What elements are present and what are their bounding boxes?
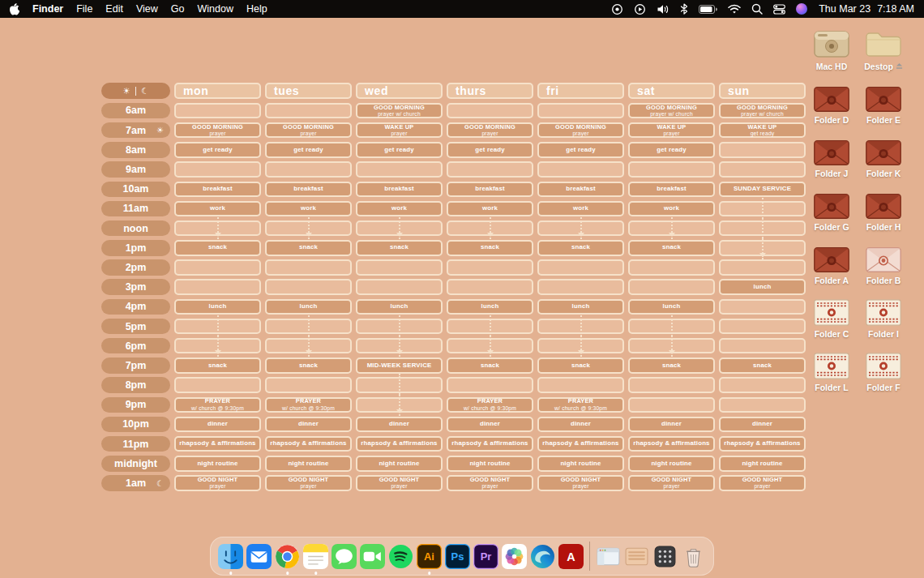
desktop-icon-destop[interactable]: Destop: [858, 28, 909, 71]
time-label-9pm: 9pm: [101, 397, 170, 413]
running-indicator: [286, 572, 289, 575]
event-1pm-sat: snack: [628, 240, 715, 255]
dock-trash[interactable]: [681, 544, 706, 569]
desktop-icon-folder-c[interactable]: Folder C: [806, 295, 858, 339]
menu-items: FileEditViewGoWindowHelp: [76, 3, 267, 15]
event-7am-sun: WAKE UPget ready: [719, 122, 806, 138]
dock-chrome[interactable]: [275, 544, 300, 569]
menu-item-file[interactable]: File: [76, 3, 92, 15]
dock-illustrator[interactable]: Ai: [417, 544, 442, 569]
desktop-icon-folder-f[interactable]: Folder F: [858, 349, 909, 392]
battery-icon[interactable]: [699, 5, 717, 14]
event-11am-tues: work: [265, 201, 352, 216]
event-text: prayer w/ church: [741, 111, 784, 118]
event-4pm-sat: lunch: [628, 299, 715, 315]
event-text: night routine: [379, 460, 419, 468]
time-label-midnight: midnight: [101, 456, 170, 471]
screen-mirroring-icon[interactable]: [634, 3, 646, 15]
dock-mail[interactable]: [246, 544, 272, 569]
search-icon[interactable]: [751, 3, 763, 15]
control-center-icon[interactable]: [773, 3, 785, 15]
event-7am-sat: WAKE UPprayer: [628, 122, 715, 138]
event-text: WAKE UP: [657, 124, 687, 131]
dock-photoshop[interactable]: Ps: [445, 544, 470, 569]
event-6am-sun: GOOD MORNINGprayer w/ church: [719, 103, 806, 118]
dock-messages[interactable]: [332, 544, 357, 569]
menu-item-view[interactable]: View: [136, 3, 158, 15]
event-text: snack: [208, 362, 227, 370]
dock-notes[interactable]: [303, 544, 328, 569]
dock-finder[interactable]: [218, 544, 243, 569]
event-4pm-tues: lunch: [265, 299, 352, 315]
dock-facetime[interactable]: [360, 544, 385, 569]
event-midnight-fri: night routine: [537, 456, 624, 471]
event-text: breakfast: [566, 186, 595, 193]
desktop-icon-folder-d[interactable]: Folder D: [806, 81, 858, 125]
record-icon[interactable]: [611, 3, 623, 15]
dock-photos[interactable]: [502, 544, 527, 569]
event-text: prayer: [209, 483, 225, 490]
dock-window-grid[interactable]: [652, 544, 678, 569]
desktop-icon-folder-i[interactable]: Folder I: [858, 295, 909, 339]
cell-3pm-fri: [537, 279, 624, 294]
desktop-icon-folder-k[interactable]: Folder K: [858, 135, 909, 178]
day-header-mon: mon: [174, 83, 261, 99]
weekly-schedule-wallpaper: ☀☾montueswedthursfrisatsun6amGOOD MORNIN…: [101, 83, 806, 491]
menu-item-go[interactable]: Go: [171, 3, 185, 15]
desktop-icon-folder-b[interactable]: Folder B: [858, 242, 909, 285]
menu-item-window[interactable]: Window: [197, 3, 233, 15]
desktop-icon-mac-hd[interactable]: Mac HD: [806, 28, 858, 71]
day-header-fri: fri: [537, 83, 624, 99]
event-text: prayer: [209, 131, 225, 137]
folder-icon: [865, 28, 902, 58]
event-7pm-tues: snack: [265, 358, 352, 373]
dock-window-finder[interactable]: [596, 544, 621, 569]
menu-item-edit[interactable]: Edit: [105, 3, 123, 15]
event-midnight-sun: night routine: [719, 456, 806, 471]
desktop-icon-label: Folder J: [815, 169, 849, 178]
desktop-icon-folder-j[interactable]: Folder J: [806, 135, 858, 178]
app-menu-finder[interactable]: Finder: [32, 3, 63, 15]
connector-5pm-wed: [356, 319, 443, 334]
cell-2pm-wed: [356, 259, 443, 275]
event-text: night routine: [742, 460, 782, 468]
event-text: WAKE UP: [748, 124, 777, 131]
running-indicator: [314, 572, 318, 575]
connector-5pm-fri: [537, 319, 624, 334]
event-1pm-mon: snack: [174, 240, 261, 255]
event-1pm-thurs: snack: [447, 240, 533, 255]
event-text: breakfast: [293, 186, 323, 193]
desktop-icon-folder-l[interactable]: Folder L: [806, 349, 858, 392]
dock-premiere[interactable]: Pr: [473, 544, 498, 569]
time-label-noon: noon: [101, 220, 170, 236]
desktop-icon-folder-g[interactable]: Folder G: [806, 188, 858, 232]
menu-bar-clock[interactable]: Thu Mar 23 7:18 AM: [819, 3, 914, 15]
event-text: work: [573, 205, 588, 212]
event-text: get ready: [566, 147, 595, 154]
event-text: w/ church @ 9:30pm: [554, 405, 607, 412]
event-text: get ready: [751, 131, 775, 137]
cell-2pm-thurs: [447, 259, 533, 275]
sun-icon: ☀: [156, 126, 164, 135]
wifi-icon[interactable]: [728, 4, 741, 14]
event-10pm-tues: dinner: [265, 417, 352, 432]
dock-window-preview[interactable]: [624, 544, 649, 569]
dock-edge[interactable]: [530, 544, 555, 569]
desktop-icon-folder-e[interactable]: Folder E: [858, 81, 909, 125]
desktop-icon-folder-a[interactable]: Folder A: [806, 242, 858, 285]
siri-icon[interactable]: [796, 3, 807, 15]
dock-spotify[interactable]: [388, 544, 413, 569]
apple-menu[interactable]: [10, 3, 19, 15]
menu-item-help[interactable]: Help: [246, 3, 267, 15]
volume-icon[interactable]: [657, 4, 669, 15]
time-label-6pm: 6pm: [101, 338, 170, 353]
bluetooth-icon[interactable]: [680, 3, 688, 15]
cell-8pm-mon: [174, 377, 261, 392]
desktop-icon-folder-h[interactable]: Folder H: [858, 188, 909, 232]
event-text: get ready: [384, 147, 413, 154]
cell-6am-thurs: [447, 103, 533, 118]
day-header-sun: sun: [719, 83, 806, 99]
cell-6pm-sun: [719, 338, 806, 353]
event-text: night routine: [651, 460, 691, 468]
dock-acrobat[interactable]: A: [558, 544, 584, 569]
